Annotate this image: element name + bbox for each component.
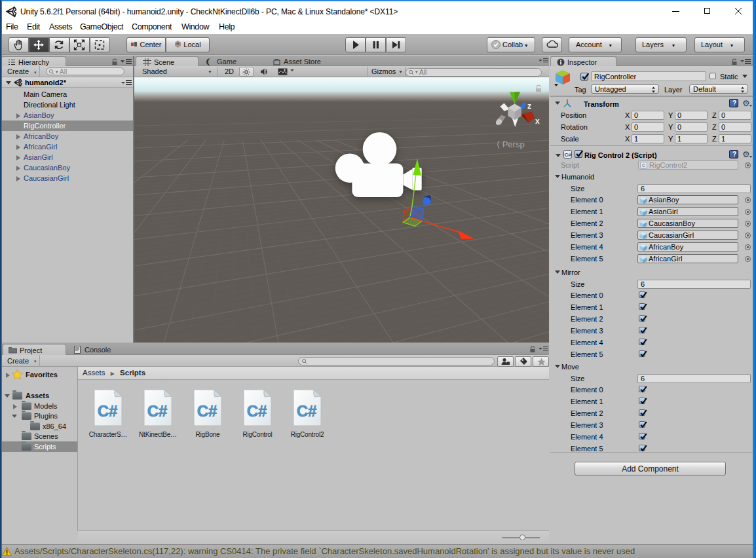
svg-text:C#: C# xyxy=(564,152,571,158)
svg-text:C#: C# xyxy=(297,402,317,420)
svg-text:C#: C# xyxy=(247,402,267,420)
svg-text:z: z xyxy=(527,102,531,111)
svg-text:x: x xyxy=(535,117,540,126)
svg-text:y: y xyxy=(513,83,517,90)
svg-text:C#: C# xyxy=(147,402,168,420)
svg-text:C#: C# xyxy=(98,402,118,420)
svg-text:C#: C# xyxy=(197,402,217,420)
svg-text:C: C xyxy=(642,163,645,168)
